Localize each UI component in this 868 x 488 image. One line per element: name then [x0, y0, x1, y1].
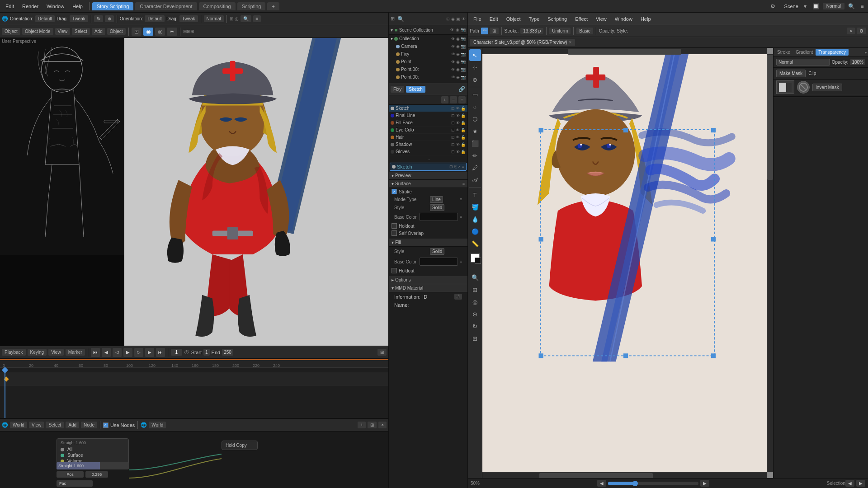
render-icon-point[interactable]: 📷 — [461, 60, 466, 64]
gp-layer-final-line[interactable]: Final Line ⊡ 👁 🔒 — [389, 112, 467, 119]
zoom-handle[interactable] — [632, 481, 638, 486]
invert-mask-btn[interactable]: Invert Mask — [812, 84, 842, 91]
mmd-id-value[interactable]: -1 — [454, 294, 462, 300]
filter-icon[interactable]: ≡ — [858, 2, 866, 10]
jump-end-btn[interactable]: ⏭ — [156, 348, 165, 357]
tool-spray[interactable]: 🔵 — [469, 225, 481, 237]
h-scrollbar-bottom[interactable] — [482, 472, 767, 478]
vp-select-btn[interactable]: Select — [72, 28, 90, 35]
drag-dropdown-2[interactable]: Tweak — [179, 15, 198, 22]
mode-type-select[interactable]: Line — [430, 196, 443, 203]
next-frame-btn[interactable]: ▶ — [145, 348, 154, 357]
eye-icon-cam[interactable]: 👁 — [451, 44, 455, 49]
node-fac[interactable]: Fac — [57, 480, 93, 487]
no-mask-icon[interactable] — [797, 81, 810, 94]
make-mask-btn[interactable]: Make Mask — [776, 70, 806, 77]
vp-view-btn[interactable]: View — [55, 28, 71, 35]
vp-shading-render[interactable]: ☀ — [167, 28, 177, 36]
node-canvas[interactable]: Hold Copy Straight 1.600 All Surface Vol… — [0, 432, 388, 488]
ink-menu-select[interactable]: Scripting — [544, 15, 571, 23]
expand-icon[interactable]: ▸ — [865, 50, 867, 55]
tool-dropper[interactable]: 💧 — [469, 213, 481, 225]
add-layer-btn[interactable]: + — [441, 96, 448, 103]
h-scrollbar[interactable] — [482, 48, 767, 54]
tool-calligraphy[interactable]: 𝒜 — [469, 174, 481, 186]
sketch-lock-icon[interactable]: 🔒 — [461, 106, 466, 111]
sc-icon-render[interactable]: 📷 — [461, 28, 466, 32]
gp-layer-hair[interactable]: Hair ⊡ 👁 🔒 — [389, 134, 467, 141]
prev-keyframe-btn[interactable]: ◁ — [113, 348, 122, 357]
gp-layer-fill-face[interactable]: Fill Face ⊡ 👁 🔒 — [389, 119, 467, 127]
sh-mask-icon[interactable]: ⊡ — [451, 142, 455, 147]
collection-item-point00[interactable]: Point.00: 👁 ◉ 📷 — [389, 66, 467, 73]
node-pos[interactable]: Pos — [57, 471, 84, 478]
jump-start-btn[interactable]: ⏮ — [91, 348, 100, 357]
sketch-mask-icon[interactable]: ⊡ — [451, 106, 455, 111]
node-zoom-in[interactable]: + — [358, 422, 366, 428]
doc-tab-close[interactable]: × — [569, 40, 571, 45]
ink-menu-help[interactable]: Help — [637, 15, 655, 23]
ink-close-btn[interactable]: × — [847, 28, 855, 34]
tool-rect[interactable]: ▭ — [469, 89, 481, 100]
restrict-icon-p00b[interactable]: ◉ — [456, 75, 460, 80]
marker-btn[interactable]: Marker — [66, 349, 85, 356]
node-view-btn[interactable]: View — [29, 422, 44, 428]
ink-tab-transparency[interactable]: Transparency — [816, 49, 849, 56]
zoom-prev[interactable]: ◀ — [597, 480, 606, 487]
object-mode-dropdown[interactable]: Object Mode — [22, 28, 53, 35]
rotate-btn[interactable]: ↻ — [94, 15, 103, 22]
eye-icon-p00[interactable]: 👁 — [451, 67, 455, 72]
sh-lock-icon[interactable]: 🔒 — [461, 142, 466, 147]
doc-tab[interactable]: Character Slate_v3.pdf @ 50% (RGB/Previe… — [470, 39, 575, 46]
zoom-slider[interactable] — [608, 482, 698, 485]
eye-icon-col[interactable]: 👁 — [451, 37, 455, 41]
fl-mask-icon[interactable]: ⊡ — [451, 113, 455, 118]
al-close-icon[interactable]: × — [458, 164, 460, 169]
collection-item-fixy[interactable]: Fixy 👁 ◉ 📷 — [389, 50, 467, 58]
object-mode-btn[interactable]: Object — [2, 28, 20, 35]
tool-guides[interactable]: ⊞ — [469, 284, 481, 296]
menu-edit[interactable]: Edit — [2, 3, 18, 10]
hair-mask-icon[interactable]: ⊡ — [451, 135, 455, 140]
tool-circle[interactable]: ○ — [469, 101, 481, 113]
eye-icon-fixy[interactable]: 👁 — [451, 52, 455, 56]
use-nodes-checkbox[interactable]: ✓ — [103, 422, 108, 428]
fl-eye-icon[interactable]: 👁 — [456, 113, 460, 118]
ink-stroke-value[interactable]: 13.333 p — [520, 28, 543, 34]
render-icon-p00b[interactable]: 📷 — [461, 75, 466, 80]
sh-eye-icon[interactable]: 👁 — [456, 142, 460, 147]
collection-item-point[interactable]: Point 👁 ◉ 📷 — [389, 58, 467, 66]
ink-tab-gradient[interactable]: Gradient — [793, 49, 816, 56]
vp-add-btn[interactable]: Add — [92, 28, 105, 35]
fill-section-header[interactable]: ▾ Fill — [389, 239, 467, 247]
node-snap[interactable]: ⊞ — [368, 422, 377, 428]
sc-search-icon[interactable]: 🔍 — [396, 15, 405, 23]
fill-base-color-swatch[interactable] — [420, 258, 458, 266]
gp-layer-eye-color[interactable]: Eye Colo ⊡ 👁 🔒 — [389, 127, 467, 134]
tool-transform[interactable]: ↻ — [469, 320, 481, 332]
node-close[interactable]: × — [378, 422, 387, 428]
fill-holdout-checkbox[interactable] — [392, 268, 397, 273]
tool-align[interactable]: ⊞ — [469, 333, 481, 344]
gp-link-icon[interactable]: 🔗 — [458, 85, 466, 93]
menu-window[interactable]: Window — [43, 3, 68, 10]
collection-item-collection[interactable]: ▾ Collection 👁 ◉ 📷 — [389, 35, 467, 42]
collection-item-camera[interactable]: Camera 👁 ◉ 📷 — [389, 42, 467, 50]
search-icon[interactable]: 🔍 — [847, 2, 855, 10]
preview-section-header[interactable]: ▾ Preview — [389, 172, 467, 180]
ec-mask-icon[interactable]: ⊡ — [451, 128, 455, 132]
style-select[interactable]: Solid — [430, 204, 444, 211]
gp-layer-gloves[interactable]: Gloves ⊡ 👁 🔒 — [389, 148, 467, 155]
collection-expand-icon[interactable]: ▾ — [391, 28, 393, 33]
al-mask-icon[interactable]: ⊡ — [449, 164, 453, 169]
ink-uniform-label[interactable]: Uniform — [549, 28, 571, 34]
node-node-btn[interactable]: Node — [81, 422, 97, 428]
layer-settings-btn[interactable]: ≡ — [458, 96, 466, 103]
gl-mask-icon[interactable]: ⊡ — [451, 150, 455, 154]
sc-filter-btn[interactable]: ⊞ — [446, 17, 450, 21]
ink-menu-view[interactable]: View — [592, 15, 610, 23]
fill-style-select[interactable]: Solid — [430, 248, 444, 255]
tool-nodes-edit[interactable]: ⊛ — [469, 308, 481, 320]
sc-icon-eye[interactable]: 👁 — [450, 28, 454, 32]
tool-fill[interactable]: 🪣 — [469, 201, 481, 213]
